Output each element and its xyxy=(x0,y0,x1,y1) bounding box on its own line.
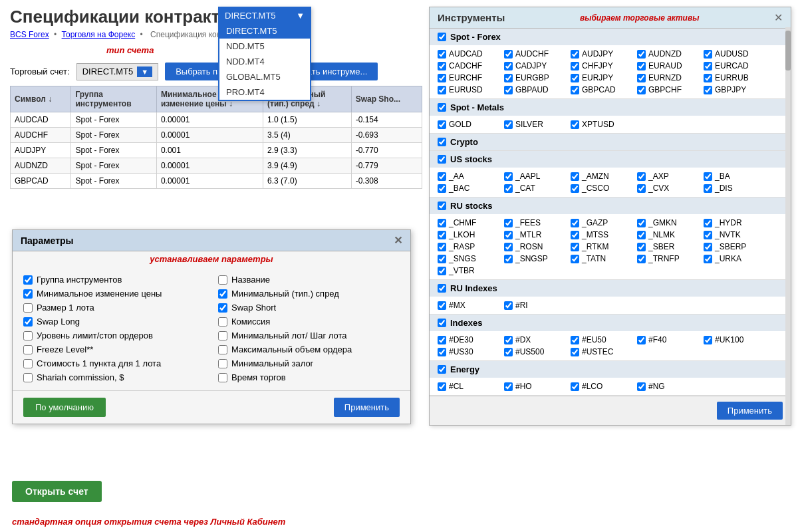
dropdown-arrow[interactable]: ▼ xyxy=(137,66,152,77)
instrument-checkbox-4-16[interactable] xyxy=(504,255,513,263)
instrument-checkbox-4-12[interactable] xyxy=(571,243,579,251)
instrument-section-header-4[interactable]: RU stocks xyxy=(430,198,791,214)
dropdown-item-4[interactable]: PRO.MT4 xyxy=(219,84,310,100)
section-checkbox-7[interactable] xyxy=(438,365,446,374)
instrument-checkbox-0-14[interactable] xyxy=(704,74,712,82)
instrument-checkbox-4-17[interactable] xyxy=(571,255,579,263)
instrument-checkbox-0-8[interactable] xyxy=(637,62,646,70)
instrument-section-header-5[interactable]: RU Indexes xyxy=(430,280,791,297)
param-col1-checkbox-3[interactable] xyxy=(23,317,33,327)
section-checkbox-1[interactable] xyxy=(438,103,446,112)
instrument-section-header-0[interactable]: Spot - Forex xyxy=(430,29,791,45)
instrument-checkbox-3-8[interactable] xyxy=(637,184,646,193)
dropdown-toggle-icon[interactable]: ▼ xyxy=(296,11,305,21)
dropdown-item-1[interactable]: NDD.MT5 xyxy=(219,39,310,54)
section-checkbox-2[interactable] xyxy=(438,138,446,146)
instrument-checkbox-4-10[interactable] xyxy=(438,243,446,251)
instrument-checkbox-0-18[interactable] xyxy=(637,86,646,94)
dropdown-item-0[interactable]: DIRECT.MT5 xyxy=(219,23,310,39)
instrument-checkbox-4-2[interactable] xyxy=(571,219,579,227)
col-group[interactable]: Группаинструментов xyxy=(71,86,156,112)
instrument-checkbox-1-2[interactable] xyxy=(571,120,579,129)
instrument-checkbox-3-1[interactable] xyxy=(504,172,513,181)
param-col1-checkbox-5[interactable] xyxy=(23,345,33,354)
param-col1-checkbox-4[interactable] xyxy=(23,331,33,340)
param-col2-checkbox-5[interactable] xyxy=(218,345,227,354)
instrument-checkbox-6-1[interactable] xyxy=(504,336,513,344)
instrument-checkbox-4-7[interactable] xyxy=(571,231,579,239)
instrument-checkbox-0-3[interactable] xyxy=(637,50,646,59)
param-col2-checkbox-4[interactable] xyxy=(218,331,227,340)
instrument-checkbox-3-0[interactable] xyxy=(438,172,446,181)
instrument-checkbox-3-9[interactable] xyxy=(704,184,712,193)
instrument-checkbox-4-9[interactable] xyxy=(704,231,712,239)
param-col2-checkbox-2[interactable] xyxy=(218,303,227,313)
instrument-checkbox-0-19[interactable] xyxy=(704,86,712,94)
instrument-checkbox-6-3[interactable] xyxy=(637,336,646,344)
instrument-checkbox-4-8[interactable] xyxy=(637,231,646,239)
instrument-checkbox-4-20[interactable] xyxy=(438,267,446,275)
instrument-checkbox-5-1[interactable] xyxy=(504,301,513,310)
instrument-checkbox-6-7[interactable] xyxy=(571,348,579,356)
instrument-checkbox-5-0[interactable] xyxy=(438,301,446,310)
instrument-checkbox-7-3[interactable] xyxy=(637,382,646,391)
instrument-section-header-6[interactable]: Indexes xyxy=(430,315,791,331)
instrument-checkbox-4-6[interactable] xyxy=(504,231,513,239)
instrument-checkbox-0-12[interactable] xyxy=(571,74,579,82)
instrument-checkbox-4-0[interactable] xyxy=(438,219,446,227)
instrument-checkbox-0-10[interactable] xyxy=(438,74,446,82)
instrument-checkbox-0-0[interactable] xyxy=(438,50,446,59)
instrument-checkbox-0-5[interactable] xyxy=(438,62,446,70)
param-col1-checkbox-1[interactable] xyxy=(23,289,33,299)
instrument-checkbox-3-4[interactable] xyxy=(704,172,712,181)
instrument-checkbox-0-9[interactable] xyxy=(704,62,712,70)
instrument-section-header-2[interactable]: Crypto xyxy=(430,134,791,150)
instrument-checkbox-4-4[interactable] xyxy=(704,219,712,227)
instrument-checkbox-3-5[interactable] xyxy=(438,184,446,193)
section-checkbox-0[interactable] xyxy=(438,33,446,41)
dropdown-item-3[interactable]: GLOBAL.MT5 xyxy=(219,69,310,84)
instruments-apply-button[interactable]: Применить xyxy=(717,402,783,420)
instrument-checkbox-7-1[interactable] xyxy=(504,382,513,391)
instrument-checkbox-4-19[interactable] xyxy=(704,255,712,263)
param-col2-checkbox-0[interactable] xyxy=(218,275,227,285)
instrument-checkbox-3-7[interactable] xyxy=(571,184,579,193)
instrument-checkbox-6-6[interactable] xyxy=(504,348,513,356)
params-modal-close[interactable]: ✕ xyxy=(394,234,402,247)
instrument-checkbox-6-5[interactable] xyxy=(438,348,446,356)
instrument-checkbox-6-4[interactable] xyxy=(704,336,712,344)
instrument-checkbox-7-2[interactable] xyxy=(571,382,579,391)
instrument-checkbox-3-2[interactable] xyxy=(571,172,579,181)
instrument-checkbox-1-1[interactable] xyxy=(504,120,513,129)
params-default-button[interactable]: По умолчанию xyxy=(23,398,106,417)
param-col1-checkbox-0[interactable] xyxy=(23,275,33,285)
instrument-checkbox-0-17[interactable] xyxy=(571,86,579,94)
instrument-checkbox-0-15[interactable] xyxy=(438,86,446,94)
params-apply-button[interactable]: Применить xyxy=(334,398,400,417)
instrument-checkbox-0-7[interactable] xyxy=(571,62,579,70)
instrument-checkbox-4-1[interactable] xyxy=(504,219,513,227)
param-col1-checkbox-2[interactable] xyxy=(23,303,33,313)
col-swap-short[interactable]: Swap Sho... xyxy=(351,86,422,112)
instrument-checkbox-4-3[interactable] xyxy=(637,219,646,227)
instrument-section-header-1[interactable]: Spot - Metals xyxy=(430,99,791,116)
instrument-checkbox-3-6[interactable] xyxy=(504,184,513,193)
section-checkbox-5[interactable] xyxy=(438,284,446,293)
instrument-checkbox-0-6[interactable] xyxy=(504,62,513,70)
instrument-checkbox-0-16[interactable] xyxy=(504,86,513,94)
instrument-checkbox-4-18[interactable] xyxy=(637,255,646,263)
instrument-checkbox-0-13[interactable] xyxy=(637,74,646,82)
scrollbar[interactable] xyxy=(785,27,791,425)
dropdown-item-2[interactable]: NDD.MT4 xyxy=(219,54,310,69)
instrument-checkbox-4-11[interactable] xyxy=(504,243,513,251)
param-col1-checkbox-7[interactable] xyxy=(23,373,33,382)
param-col2-checkbox-1[interactable] xyxy=(218,289,227,299)
instrument-checkbox-0-1[interactable] xyxy=(504,50,513,59)
instrument-checkbox-7-0[interactable] xyxy=(438,382,446,391)
instrument-checkbox-0-11[interactable] xyxy=(504,74,513,82)
instrument-section-header-3[interactable]: US stocks xyxy=(430,151,791,168)
instrument-checkbox-0-2[interactable] xyxy=(571,50,579,59)
instrument-checkbox-4-15[interactable] xyxy=(438,255,446,263)
instrument-checkbox-6-0[interactable] xyxy=(438,336,446,344)
account-select[interactable]: DIRECT.MT5 ▼ xyxy=(76,63,158,80)
